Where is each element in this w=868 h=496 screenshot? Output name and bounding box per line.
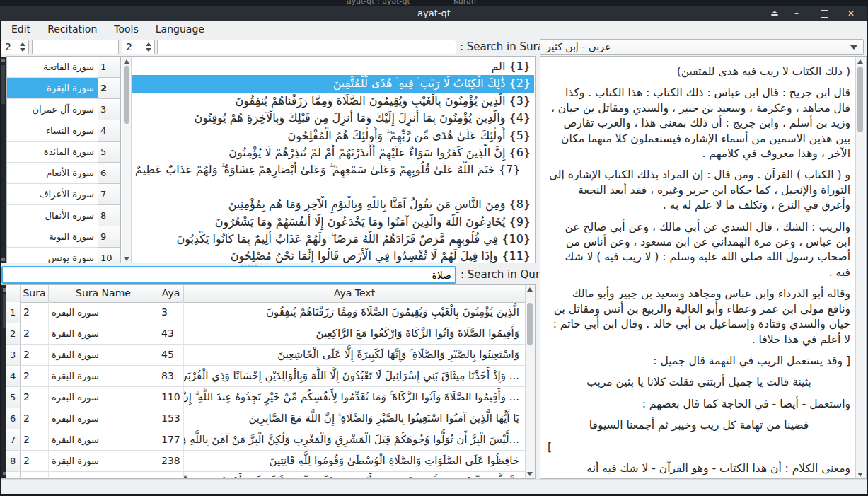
sura-row[interactable]: سورة النساء4 <box>7 120 120 142</box>
tafsir-select[interactable]: عربي - إبن كثير <box>540 39 864 55</box>
aya-line[interactable]: {3} الَّذِينَ يُؤْمِنُونَ بِالْغَيْبِ وَ… <box>132 93 534 110</box>
spin-down-icon[interactable] <box>146 48 151 52</box>
header-sura[interactable]: Sura <box>21 285 49 302</box>
sura-row[interactable]: سورة الأعراف7 <box>7 184 120 205</box>
aya-text-cell: إِنَّ الَّذِينَ آمَنُوا وَعَمِلُوا الصَّ… <box>184 472 525 478</box>
aya-line[interactable]: {10} فِي قُلُوبِهِم مَّرَضٌ فَزَادَهُمُ … <box>132 231 534 248</box>
aya-line[interactable]: {4} وَالَّذِينَ يُؤْمِنُونَ بِمَا أُنزِل… <box>132 110 534 127</box>
aya-list: {1} الم{2} ذَٰلِكَ الْكِتَابُ لَا رَيْبَ… <box>132 58 534 263</box>
sura-row[interactable]: سورة الأنعام6 <box>7 163 120 184</box>
sura-name: سورة الفاتحة <box>7 57 98 78</box>
sura-name-cell: سورة البقرة <box>49 366 158 387</box>
search-in-sura-label: : Search in Sura <box>460 39 544 55</box>
aya-cell: 45 <box>158 345 184 366</box>
search-in-quran-input[interactable] <box>1 266 456 284</box>
shade-button[interactable]: ⏏ <box>765 6 784 21</box>
sura-row[interactable]: سورة البقرة2 <box>7 78 120 99</box>
sura-row[interactable]: سورة آل عمران3 <box>7 99 120 120</box>
menu-item-language[interactable]: Language <box>147 21 213 38</box>
titlebar: ayat-qt ⏏ – ✕ <box>0 6 868 21</box>
aya-number-spinbox[interactable]: 2 <box>122 40 155 54</box>
menu-item-recitation[interactable]: Recitation <box>39 21 105 38</box>
eject-icon: ⏏ <box>770 8 778 18</box>
spin-up-icon[interactable] <box>146 42 151 46</box>
sura-number: 9 <box>98 226 120 248</box>
sura-name-cell: سورة البقرة <box>49 302 158 323</box>
sura-row[interactable]: سورة الأنفال8 <box>7 205 120 226</box>
table-row[interactable]: 32سورة البقرة45وَاسْتَعِينُوا بِالصَّبْر… <box>6 345 525 366</box>
table-row[interactable]: 82سورة البقرة238حَافِظُوا عَلَى الصَّلَو… <box>6 451 525 472</box>
aya-line[interactable]: {7} خَتَمَ اللَّهُ عَلَىٰ قُلُوبِهِمْ وَ… <box>132 161 534 196</box>
tafsir-paragraph: بثينة قالت يا جميل أربتني فقلت كلانا يا … <box>543 375 855 390</box>
search-in-sura-input[interactable] <box>157 40 456 54</box>
sura-name-cell: سورة البقرة <box>49 323 158 345</box>
minimize-button[interactable]: – <box>787 6 806 21</box>
table-row[interactable]: 72سورة البقرة177...لَّيْسَ الْبِرَّ أَن … <box>6 429 525 451</box>
aya-line[interactable]: {6} إِنَّ الَّذِينَ كَفَرُوا سَوَاءٌ عَل… <box>132 144 534 161</box>
scroll-down-icon[interactable] <box>857 473 863 477</box>
row-number-cell: 1 <box>6 302 21 323</box>
table-row[interactable]: 52سورة البقرة110... وَأَقِيمُوا الصَّلَا… <box>6 387 525 408</box>
aya-list-panel: {1} الم{2} ذَٰلِكَ الْكِتَابُ لَا رَيْبَ… <box>120 56 536 263</box>
scrollbar-thumb[interactable] <box>124 66 129 124</box>
sura-name-cell: سورة البقرة <box>49 451 158 472</box>
tafsir-paragraph: قضينا من تهامة كل ريب وخيبر ثم أجمعنا ال… <box>543 418 855 433</box>
tafsir-scrollbar[interactable] <box>855 57 865 479</box>
aya-line[interactable]: {8} وَمِنَ النَّاسِ مَن يَقُولُ آمَنَّا … <box>132 196 534 213</box>
scroll-down-icon[interactable] <box>1 258 5 261</box>
scrollbar-thumb[interactable] <box>857 67 863 132</box>
window-title: ayat-qt <box>0 6 868 21</box>
aya-line[interactable]: {1} الم <box>132 58 534 75</box>
aya-text-cell: ... وَإِذْ أَخَذْنَا مِيثَاقَ بَنِي إِسْ… <box>184 366 525 387</box>
scroll-down-icon[interactable] <box>124 257 129 261</box>
aya-cell: 238 <box>158 451 184 472</box>
sura-row[interactable]: سورة يونس10 <box>7 248 120 263</box>
sura-list-scrollbar[interactable] <box>0 57 6 263</box>
sura-row[interactable]: سورة التوبة9 <box>7 226 120 248</box>
results-table-body: 12سورة البقرة3الَّذِينَ يُؤْمِنُونَ بِال… <box>6 302 525 478</box>
results-table-scrollbar[interactable] <box>525 285 535 478</box>
spinbox-arrows[interactable] <box>18 41 27 53</box>
aya-line[interactable]: {11} وَإِذَا قِيلَ لَهُمْ لَا تُفْسِدُوا… <box>132 248 534 263</box>
window-border-left <box>0 21 1 496</box>
table-row[interactable]: 22سورة البقرة43وَأَقِيمُوا الصَّلَاةَ وَ… <box>6 323 525 345</box>
tafsir-paragraph: ] <box>543 440 855 455</box>
aya-line[interactable]: {2} ذَٰلِكَ الْكِتَابُ لَا رَيْبَ ۛ فِيه… <box>132 75 534 92</box>
aya-cell: 110 <box>158 387 184 408</box>
sura-number-spinbox-value: 2 <box>5 40 11 54</box>
menu-item-tools[interactable]: Tools <box>105 21 147 38</box>
table-row[interactable]: 12سورة البقرة3الَّذِينَ يُؤْمِنُونَ بِال… <box>6 302 525 323</box>
sura-row[interactable]: سورة الفاتحة1 <box>7 57 120 78</box>
scrollbar-thumb[interactable] <box>1 65 5 104</box>
table-row[interactable]: 62سورة البقرة153يَا أَيُّهَا الَّذِينَ آ… <box>6 408 525 429</box>
sura-number: 3 <box>98 99 120 120</box>
spinbox-arrows[interactable] <box>144 41 153 53</box>
scroll-up-icon[interactable] <box>527 287 533 292</box>
scroll-up-icon[interactable] <box>124 59 129 64</box>
sura-number-spinbox[interactable]: 2 <box>1 40 29 54</box>
maximize-button[interactable] <box>815 6 833 21</box>
aya-text-cell: يَا أَيُّهَا الَّذِينَ آمَنُوا اسْتَعِين… <box>184 408 525 429</box>
scroll-up-icon[interactable] <box>1 59 5 62</box>
scrollbar-thumb[interactable] <box>527 303 533 345</box>
aya-line[interactable]: {5} أُولَٰئِكَ عَلَىٰ هُدًى مِّن رَّبِّه… <box>132 127 534 144</box>
menu-item-edit[interactable]: Edit <box>3 21 39 38</box>
aya-list-scrollbar[interactable] <box>122 57 132 263</box>
menubar: EditRecitationToolsLanguage <box>0 21 868 38</box>
header-sura-name[interactable]: Sura Name <box>49 285 158 302</box>
sura-filter-input[interactable] <box>32 40 119 54</box>
header-aya[interactable]: Aya <box>158 285 184 302</box>
scroll-down-icon[interactable] <box>527 472 533 476</box>
scroll-up-icon[interactable] <box>857 59 863 64</box>
spin-down-icon[interactable] <box>20 48 25 52</box>
sura-row[interactable]: سورة المائدة5 <box>7 142 120 163</box>
header-aya-text[interactable]: Aya Text <box>184 285 525 302</box>
sura-name: سورة المائدة <box>7 142 98 163</box>
table-row[interactable]: 92سورة البقرة277إِنَّ الَّذِينَ آمَنُوا … <box>6 472 525 478</box>
table-row[interactable]: 42سورة البقرة83... وَإِذْ أَخَذْنَا مِيث… <box>6 366 525 387</box>
sura-cell: 2 <box>21 387 49 408</box>
results-table-header: Sura Sura Name Aya Aya Text <box>6 285 525 303</box>
aya-line[interactable]: {9} يُخَادِعُونَ اللَّهَ وَالَّذِينَ آمَ… <box>132 214 534 231</box>
close-button[interactable]: ✕ <box>842 6 860 21</box>
spin-up-icon[interactable] <box>20 42 25 46</box>
